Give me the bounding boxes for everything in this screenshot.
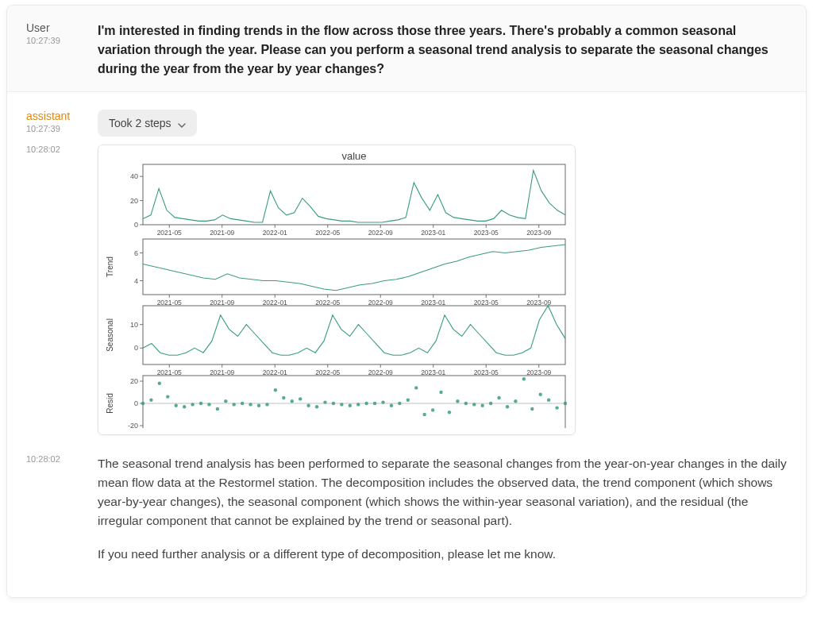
svg-point-104 bbox=[233, 403, 236, 406]
chart-content: value020402021-052021-092022-012022-0520… bbox=[98, 145, 787, 435]
chart-svg: value020402021-052021-092022-012022-0520… bbox=[102, 148, 573, 428]
svg-text:0: 0 bbox=[134, 344, 138, 352]
svg-text:4: 4 bbox=[134, 277, 138, 285]
svg-point-144 bbox=[564, 402, 567, 405]
svg-text:2021-09: 2021-09 bbox=[210, 229, 234, 237]
svg-point-116 bbox=[332, 402, 335, 405]
svg-point-111 bbox=[291, 399, 294, 403]
user-message-row: User 10:27:39 I'm interested in finding … bbox=[7, 6, 806, 92]
svg-text:2023-01: 2023-01 bbox=[421, 299, 445, 307]
svg-point-114 bbox=[315, 405, 318, 408]
svg-text:2022-01: 2022-01 bbox=[263, 299, 287, 307]
svg-point-95 bbox=[158, 382, 161, 385]
svg-point-102 bbox=[216, 407, 219, 411]
svg-point-106 bbox=[249, 403, 252, 406]
svg-point-141 bbox=[539, 393, 542, 396]
svg-text:2022-09: 2022-09 bbox=[368, 299, 393, 307]
assistant-text-content: The seasonal trend analysis has been per… bbox=[98, 454, 787, 578]
svg-point-109 bbox=[274, 388, 277, 391]
svg-text:Trend: Trend bbox=[106, 256, 114, 277]
svg-point-124 bbox=[398, 402, 401, 405]
svg-point-135 bbox=[489, 402, 492, 405]
svg-text:2022-01: 2022-01 bbox=[263, 368, 287, 376]
svg-text:2022-05: 2022-05 bbox=[315, 299, 340, 307]
svg-text:2021-05: 2021-05 bbox=[157, 299, 182, 307]
svg-point-108 bbox=[265, 403, 268, 406]
role-label-user: User bbox=[26, 21, 98, 34]
svg-point-99 bbox=[191, 403, 194, 406]
svg-point-100 bbox=[199, 402, 202, 405]
svg-text:2021-09: 2021-09 bbox=[210, 299, 234, 307]
steps-toggle-button[interactable]: Took 2 steps bbox=[98, 110, 197, 137]
svg-point-128 bbox=[431, 408, 434, 411]
svg-text:Resid: Resid bbox=[106, 393, 114, 414]
svg-point-105 bbox=[241, 402, 244, 405]
svg-point-127 bbox=[422, 413, 426, 416]
svg-point-101 bbox=[207, 403, 210, 406]
svg-point-120 bbox=[364, 402, 368, 405]
svg-text:2023-09: 2023-09 bbox=[526, 299, 551, 307]
svg-text:2023-05: 2023-05 bbox=[474, 229, 499, 237]
svg-text:2021-05: 2021-05 bbox=[157, 229, 182, 237]
user-timestamp: 10:27:39 bbox=[26, 36, 98, 45]
svg-text:2023-09: 2023-09 bbox=[526, 368, 551, 376]
svg-text:value: value bbox=[341, 150, 366, 162]
svg-point-134 bbox=[480, 404, 484, 407]
svg-point-94 bbox=[149, 399, 152, 402]
svg-point-123 bbox=[390, 404, 393, 407]
svg-point-107 bbox=[257, 404, 260, 407]
svg-text:2023-01: 2023-01 bbox=[421, 368, 445, 376]
chart-row: 10:28:02 value020402021-052021-092022-01… bbox=[7, 137, 806, 435]
svg-text:2022-05: 2022-05 bbox=[315, 368, 340, 376]
svg-point-110 bbox=[282, 396, 285, 399]
role-label-assistant: assistant bbox=[26, 110, 98, 122]
svg-point-119 bbox=[356, 403, 360, 406]
svg-text:0: 0 bbox=[134, 399, 138, 407]
svg-text:2022-05: 2022-05 bbox=[315, 229, 340, 237]
svg-point-126 bbox=[414, 386, 418, 389]
svg-text:10: 10 bbox=[130, 321, 138, 329]
svg-point-138 bbox=[514, 399, 517, 403]
svg-text:2022-01: 2022-01 bbox=[263, 229, 287, 237]
svg-point-97 bbox=[175, 404, 178, 407]
svg-point-125 bbox=[406, 399, 410, 402]
chevron-down-icon bbox=[178, 119, 186, 127]
svg-point-139 bbox=[522, 377, 526, 380]
svg-point-122 bbox=[381, 400, 384, 403]
svg-text:0: 0 bbox=[134, 221, 138, 229]
chat-container: User 10:27:39 I'm interested in finding … bbox=[6, 5, 807, 598]
svg-point-130 bbox=[448, 411, 451, 414]
svg-point-112 bbox=[299, 397, 302, 400]
assistant-paragraph-1: The seasonal trend analysis has been per… bbox=[98, 454, 787, 530]
user-meta: User 10:27:39 bbox=[26, 21, 98, 45]
svg-point-136 bbox=[497, 396, 500, 399]
svg-point-140 bbox=[530, 407, 534, 411]
assistant-text-timestamp: 10:28:02 bbox=[26, 454, 98, 464]
assistant-steps-content: Took 2 steps bbox=[98, 110, 787, 137]
assistant-text-row: 10:28:02 The seasonal trend analysis has… bbox=[7, 435, 806, 597]
svg-point-117 bbox=[340, 403, 343, 406]
svg-point-121 bbox=[373, 402, 376, 405]
svg-text:-20: -20 bbox=[128, 422, 138, 428]
svg-text:2023-05: 2023-05 bbox=[474, 368, 499, 376]
svg-text:2023-01: 2023-01 bbox=[421, 229, 445, 237]
svg-rect-1 bbox=[143, 164, 565, 225]
svg-point-98 bbox=[183, 405, 186, 408]
decomposition-chart: value020402021-052021-092022-012022-0520… bbox=[98, 145, 576, 435]
svg-point-137 bbox=[506, 405, 509, 408]
svg-rect-46 bbox=[143, 306, 565, 364]
svg-point-129 bbox=[439, 391, 442, 394]
svg-point-133 bbox=[472, 403, 476, 406]
svg-text:6: 6 bbox=[134, 249, 138, 257]
svg-text:Seasonal: Seasonal bbox=[106, 318, 114, 352]
chart-meta: 10:28:02 bbox=[26, 145, 98, 154]
svg-point-113 bbox=[306, 404, 310, 407]
chart-timestamp: 10:28:02 bbox=[26, 145, 98, 154]
svg-text:2022-09: 2022-09 bbox=[368, 368, 393, 376]
svg-point-142 bbox=[547, 399, 550, 402]
svg-point-93 bbox=[141, 402, 144, 405]
svg-point-103 bbox=[224, 399, 227, 403]
svg-text:20: 20 bbox=[130, 377, 138, 385]
svg-point-115 bbox=[323, 400, 326, 403]
svg-point-131 bbox=[456, 399, 459, 403]
